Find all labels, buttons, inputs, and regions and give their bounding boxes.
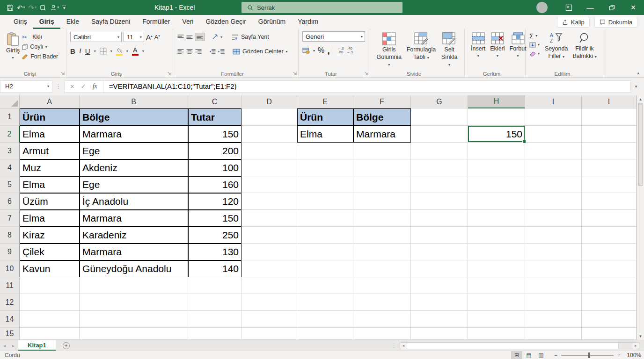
column-header-A-0[interactable]: A (20, 95, 80, 108)
cell-D10[interactable] (242, 260, 297, 277)
account-icon[interactable]: ▾ (50, 4, 59, 11)
cell-B15[interactable] (80, 328, 188, 340)
select-all-button[interactable] (0, 95, 20, 108)
cell-D5[interactable] (242, 176, 297, 193)
cell-G3[interactable] (411, 143, 468, 159)
cell-G6[interactable] (411, 193, 468, 210)
format-as-table-button[interactable]: FormulaglaTablı ▾ (404, 31, 439, 69)
conditional-formatting-button[interactable]: GiriisGolumnia ▾ (374, 31, 404, 69)
cell-E7[interactable] (297, 210, 353, 227)
undo-button[interactable]: ↶▾ (17, 4, 25, 11)
cell-I8[interactable] (582, 227, 637, 244)
cancel-icon[interactable]: × (70, 82, 74, 90)
cell-E3[interactable] (297, 143, 353, 159)
share-button[interactable]: Kalip (557, 17, 590, 28)
cell-C2[interactable]: 150 (188, 126, 242, 143)
fill-color-icon[interactable] (116, 47, 123, 56)
copy-button[interactable]: Coylı▾ (22, 43, 58, 50)
cell-A4[interactable]: Muz (20, 159, 80, 176)
cell-I8[interactable] (525, 227, 582, 244)
row-header-10[interactable]: 10 (0, 260, 20, 277)
cell-I1[interactable] (582, 108, 637, 126)
align-middle-icon[interactable] (186, 34, 193, 40)
increase-font-icon[interactable]: A▴ (146, 33, 153, 41)
cell-E8[interactable] (297, 227, 353, 244)
customize-qat-icon[interactable]: ▾ (62, 6, 66, 9)
cell-B14[interactable] (80, 311, 188, 328)
cell-D1[interactable] (242, 108, 297, 126)
cell-A1[interactable]: Ürün (20, 108, 80, 126)
cell-I3[interactable] (582, 143, 637, 159)
cell-F14[interactable] (353, 311, 411, 328)
font-size-combo[interactable]: 11▾ (124, 32, 144, 42)
cell-C6[interactable]: 120 (188, 193, 242, 210)
cell-D4[interactable] (242, 159, 297, 176)
tab-insert[interactable]: Ekle (60, 15, 85, 29)
cell-A12[interactable] (20, 294, 80, 311)
cell-A5[interactable]: Elma (20, 176, 80, 193)
cell-B11[interactable] (80, 277, 188, 294)
percent-style-icon[interactable]: % (318, 46, 324, 55)
tab-data[interactable]: Veri (176, 15, 199, 29)
restore-button[interactable] (601, 0, 622, 15)
cell-F2[interactable]: Marmara (353, 126, 411, 143)
decrease-font-icon[interactable]: A▾ (154, 34, 160, 41)
horizontal-scrollbar[interactable]: ◂ ▸ (400, 342, 639, 349)
fill-button[interactable]: ▾ (529, 41, 540, 48)
cell-A8[interactable]: Kiraz (20, 227, 80, 244)
cell-D7[interactable] (242, 210, 297, 227)
row-header-4[interactable]: 4 (0, 159, 20, 176)
cell-E10[interactable] (297, 260, 353, 277)
column-header-D-3[interactable]: D (242, 95, 297, 108)
column-header-E-4[interactable]: E (297, 95, 353, 108)
row-header-11[interactable]: 11 (0, 277, 20, 294)
cell-B9[interactable]: Marmara (80, 244, 188, 260)
cell-F7[interactable] (353, 210, 411, 227)
cell-E6[interactable] (297, 193, 353, 210)
cell-A14[interactable] (20, 311, 80, 328)
row-header-2[interactable]: 2 (0, 126, 20, 143)
cell-B5[interactable]: Ege (80, 176, 188, 193)
cell-I14[interactable] (582, 311, 637, 328)
cell-C8[interactable]: 250 (188, 227, 242, 244)
cell-I11[interactable] (525, 277, 582, 294)
comma-style-icon[interactable]: , (327, 48, 330, 53)
cell-G10[interactable] (411, 260, 468, 277)
cell-D2[interactable] (242, 126, 297, 143)
cell-H2[interactable]: 150 (468, 126, 525, 143)
font-name-combo[interactable]: Calibri▾ (70, 32, 122, 42)
cell-G4[interactable] (411, 159, 468, 176)
cell-E11[interactable] (297, 277, 353, 294)
accounting-format-icon[interactable] (302, 47, 310, 54)
increase-decimal-icon[interactable]: ←.0.00 (337, 47, 344, 54)
orientation-icon[interactable] (212, 34, 219, 41)
formula-field[interactable]: × ✓ fx =VERİTABANI.AL(A1:C10;"Tutar";E1:… (64, 80, 631, 93)
row-header-9[interactable]: 9 (0, 244, 20, 260)
zoom-out-icon[interactable]: − (554, 352, 557, 359)
cell-B3[interactable]: Ege (80, 143, 188, 159)
alignment-dialog-launcher[interactable]: ⇲ (293, 71, 297, 76)
align-top-icon[interactable] (177, 34, 184, 40)
underline-button[interactable]: U (85, 47, 90, 55)
bold-button[interactable]: B (70, 47, 75, 55)
name-box-dropdown-icon[interactable]: ▾ (47, 84, 49, 88)
cell-D11[interactable] (242, 277, 297, 294)
cell-I9[interactable] (582, 244, 637, 260)
horizontal-scroll-thumb[interactable] (407, 343, 619, 349)
format-painter-button[interactable]: Fort Bader (22, 53, 58, 60)
align-center-icon[interactable] (186, 48, 193, 55)
cell-I2[interactable] (525, 126, 582, 143)
vertical-scrollbar[interactable]: ▲ ▼ (637, 95, 644, 340)
cell-I12[interactable] (582, 294, 637, 311)
cell-F6[interactable] (353, 193, 411, 210)
clipboard-dialog-launcher[interactable]: ⇲ (61, 71, 65, 76)
cell-H12[interactable] (468, 294, 525, 311)
comments-button[interactable]: Dokumla (594, 17, 637, 28)
column-header-C-2[interactable]: C (188, 95, 242, 108)
wrap-text-button[interactable]: Sayfa Yent (232, 31, 269, 43)
save-icon[interactable] (7, 4, 14, 11)
cell-G7[interactable] (411, 210, 468, 227)
cell-H11[interactable] (468, 277, 525, 294)
sort-filter-button[interactable]: AZ SeyondaFiller ▾ (542, 31, 570, 69)
cell-A10[interactable]: Kavun (20, 260, 80, 277)
